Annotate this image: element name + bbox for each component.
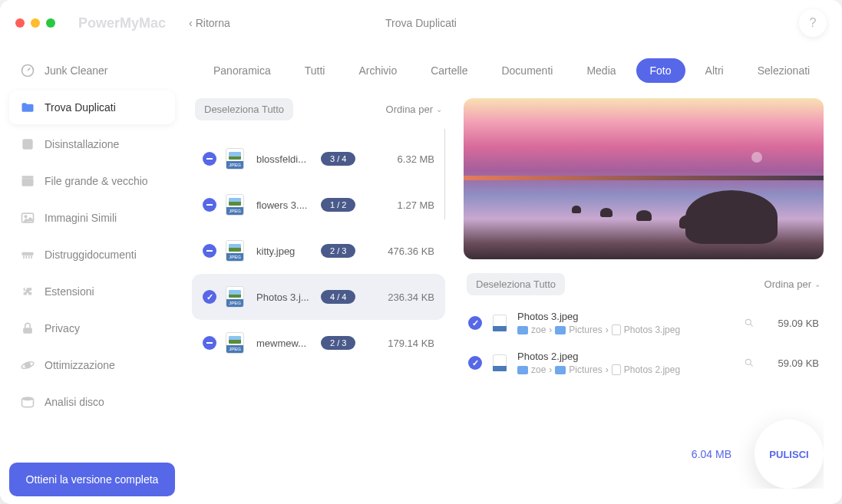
sidebar-item-folder[interactable]: Trova Duplicati — [9, 91, 175, 124]
duplicate-file-row[interactable]: Photos 3.jpeg zoe›Pictures›Photos 3.jpeg… — [464, 303, 824, 343]
folder-icon — [517, 366, 528, 374]
file-size: 59.09 KB — [765, 318, 819, 329]
duplicate-group-row[interactable]: JPEG mewmew... 2 / 3 179.14 KB — [192, 320, 445, 366]
sidebar-item-app-grid[interactable]: Disinstallazione — [9, 127, 175, 161]
path-sep: › — [606, 324, 609, 335]
back-button[interactable]: ‹ Ritorna — [189, 17, 230, 29]
checkbox[interactable] — [203, 290, 216, 304]
lock-icon — [20, 321, 35, 336]
file-name: Photos 3.j... — [256, 292, 312, 303]
traffic-lights[interactable] — [15, 18, 55, 28]
file-name: blossfeldi... — [256, 153, 312, 165]
tab-selezionati[interactable]: Selezionati — [744, 58, 824, 83]
svg-point-10 — [22, 397, 34, 400]
detail-deselect-button[interactable]: Deseleziona Tutto — [467, 273, 565, 295]
file-size: 1.27 MB — [365, 199, 434, 211]
path-segment: Photos 3.jpeg — [624, 324, 680, 335]
chevron-down-icon: ⌄ — [436, 105, 442, 114]
orbit-icon — [20, 357, 35, 373]
help-button[interactable]: ? — [799, 9, 827, 37]
duplicate-group-row[interactable]: JPEG blossfeldi... 3 / 4 6.32 MB — [192, 136, 445, 182]
sidebar-item-archive[interactable]: File grande & vecchio — [9, 164, 175, 198]
sidebar-item-orbit[interactable]: Ottimizzazione — [9, 348, 175, 382]
sidebar-item-label: Trova Duplicati — [45, 101, 116, 114]
sidebar-item-image[interactable]: Immagini Simili — [9, 201, 175, 235]
image-icon — [20, 210, 35, 226]
tab-tutti[interactable]: Tutti — [291, 58, 339, 83]
svg-rect-7 — [23, 328, 32, 334]
tab-altri[interactable]: Altri — [692, 58, 738, 83]
tab-foto[interactable]: Foto — [636, 58, 685, 83]
svg-point-5 — [25, 216, 27, 218]
detail-sort-dropdown[interactable]: Ordina per ⌄ — [764, 278, 821, 290]
sidebar-item-puzzle[interactable]: Estensioni — [9, 275, 175, 308]
duplicate-group-row[interactable]: JPEG flowers 3.... 1 / 2 1.27 MB — [192, 182, 445, 228]
page-icon — [612, 364, 621, 375]
path-sep: › — [549, 364, 552, 375]
jpeg-icon: JPEG — [226, 286, 247, 308]
file-name: kitty.jpeg — [256, 245, 312, 257]
close-window[interactable] — [15, 18, 25, 28]
count-badge: 2 / 3 — [321, 336, 355, 350]
path-segment: Pictures — [569, 364, 602, 375]
folder-icon — [517, 326, 528, 334]
checkbox[interactable] — [468, 316, 482, 330]
sidebar-item-lock[interactable]: Privacy — [9, 311, 175, 345]
page-title: Trova Duplicati — [385, 17, 457, 29]
tab-panoramica[interactable]: Panoramica — [200, 58, 285, 83]
jpeg-icon — [493, 315, 507, 331]
preview-image — [464, 98, 824, 259]
sort-dropdown[interactable]: Ordina per ⌄ — [386, 104, 442, 115]
sidebar-item-disk[interactable]: Analisi disco — [9, 385, 175, 419]
deselect-all-button[interactable]: Deseleziona Tutto — [195, 98, 293, 120]
sidebar-item-label: Distruggidocumenti — [45, 249, 137, 261]
svg-point-12 — [745, 359, 751, 364]
checkbox[interactable] — [203, 152, 216, 166]
scrollbar[interactable] — [444, 128, 445, 220]
checkbox[interactable] — [468, 356, 482, 370]
sidebar-item-shredder[interactable]: Distruggidocumenti — [9, 238, 175, 272]
sidebar-item-label: Estensioni — [45, 285, 94, 298]
svg-point-11 — [745, 319, 751, 324]
tabbar: PanoramicaTuttiArchivioCartelleDocumenti… — [192, 46, 824, 98]
reveal-icon[interactable] — [744, 357, 754, 368]
tab-documenti[interactable]: Documenti — [487, 58, 566, 83]
path-segment: Pictures — [569, 324, 602, 335]
duplicate-group-row[interactable]: JPEG kitty.jpeg 2 / 3 476.36 KB — [192, 228, 445, 274]
svg-rect-2 — [22, 179, 34, 186]
maximize-window[interactable] — [46, 18, 55, 28]
folder-icon — [555, 366, 566, 374]
path-sep: › — [549, 324, 552, 335]
path-segment: zoe — [531, 364, 546, 375]
sidebar-item-label: Privacy — [45, 322, 80, 334]
sidebar-item-label: Ottimizzazione — [45, 359, 115, 371]
svg-rect-3 — [22, 176, 34, 178]
sidebar-item-label: Disinstallazione — [45, 138, 119, 150]
clean-button[interactable]: PULISCI — [754, 420, 824, 489]
checkbox[interactable] — [203, 336, 216, 350]
checkbox[interactable] — [203, 244, 216, 258]
detail-sort-label: Ordina per — [764, 278, 811, 290]
sidebar-item-label: Immagini Simili — [45, 212, 117, 224]
minimize-window[interactable] — [31, 18, 40, 28]
jpeg-icon: JPEG — [226, 148, 247, 170]
svg-rect-6 — [22, 252, 34, 255]
tab-cartelle[interactable]: Cartelle — [417, 58, 481, 83]
file-path: zoe›Pictures›Photos 2.jpeg — [517, 364, 733, 375]
file-size: 179.14 KB — [365, 338, 434, 349]
reveal-icon[interactable] — [744, 318, 754, 328]
chevron-left-icon: ‹ — [189, 17, 193, 29]
app-brand: PowerMyMac — [78, 15, 166, 31]
tab-archivio[interactable]: Archivio — [345, 58, 411, 83]
sidebar-item-label: File grande & vecchio — [45, 175, 148, 187]
sidebar-item-gauge[interactable]: Junk Cleaner — [9, 54, 175, 87]
duplicate-file-row[interactable]: Photos 2.jpeg zoe›Pictures›Photos 2.jpeg… — [464, 343, 824, 383]
back-label: Ritorna — [196, 17, 230, 29]
duplicate-group-row[interactable]: JPEG Photos 3.j... 4 / 4 236.34 KB — [192, 274, 445, 320]
file-size: 6.32 MB — [365, 153, 434, 165]
get-full-version-button[interactable]: Ottieni la versione completa — [9, 463, 175, 496]
sidebar-item-label: Analisi disco — [45, 396, 104, 408]
file-name: Photos 3.jpeg — [517, 311, 733, 322]
tab-media[interactable]: Media — [573, 58, 629, 83]
checkbox[interactable] — [203, 198, 216, 212]
